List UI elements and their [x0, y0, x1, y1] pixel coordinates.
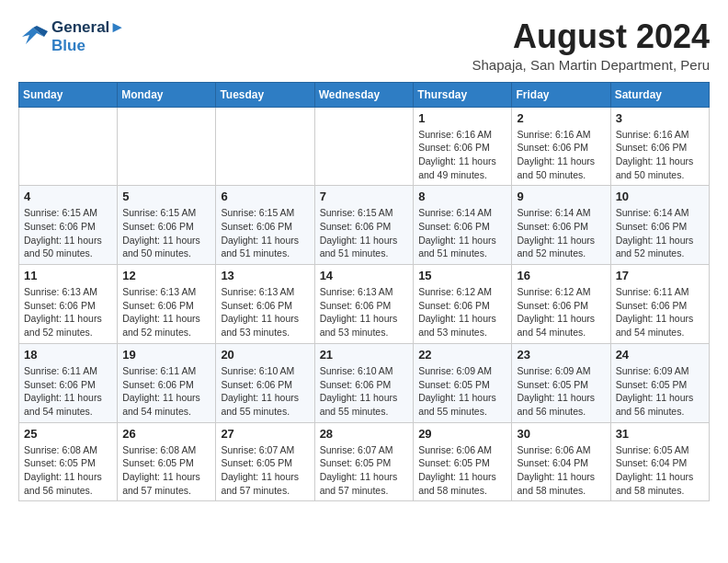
location-subtitle: Shapaja, San Martin Department, Peru: [472, 57, 710, 73]
calendar-header-row: SundayMondayTuesdayWednesdayThursdayFrid…: [19, 82, 710, 107]
day-info: Sunrise: 6:06 AM Sunset: 6:04 PM Dayligh…: [517, 443, 605, 498]
calendar-table: SundayMondayTuesdayWednesdayThursdayFrid…: [18, 82, 710, 502]
day-info: Sunrise: 6:09 AM Sunset: 6:05 PM Dayligh…: [418, 364, 506, 419]
day-info: Sunrise: 6:08 AM Sunset: 6:05 PM Dayligh…: [122, 443, 210, 498]
calendar-cell: 24Sunrise: 6:09 AM Sunset: 6:05 PM Dayli…: [610, 343, 709, 422]
logo: General► Blue: [18, 18, 125, 55]
calendar-cell: 4Sunrise: 6:15 AM Sunset: 6:06 PM Daylig…: [19, 186, 118, 265]
day-info: Sunrise: 6:10 AM Sunset: 6:06 PM Dayligh…: [320, 364, 409, 419]
month-year-title: August 2024: [472, 18, 710, 55]
calendar-cell: 26Sunrise: 6:08 AM Sunset: 6:05 PM Dayli…: [118, 422, 216, 501]
day-info: Sunrise: 6:13 AM Sunset: 6:06 PM Dayligh…: [221, 285, 309, 339]
calendar-cell: 31Sunrise: 6:05 AM Sunset: 6:04 PM Dayli…: [610, 422, 709, 501]
day-number: 19: [122, 348, 210, 362]
day-info: Sunrise: 6:12 AM Sunset: 6:06 PM Dayligh…: [418, 285, 506, 339]
calendar-cell: 14Sunrise: 6:13 AM Sunset: 6:06 PM Dayli…: [314, 265, 414, 344]
day-info: Sunrise: 6:09 AM Sunset: 6:05 PM Dayligh…: [616, 364, 704, 419]
day-info: Sunrise: 6:16 AM Sunset: 6:06 PM Dayligh…: [616, 128, 704, 182]
logo-text: General► Blue: [51, 18, 125, 55]
day-info: Sunrise: 6:14 AM Sunset: 6:06 PM Dayligh…: [517, 206, 605, 260]
calendar-week-row: 18Sunrise: 6:11 AM Sunset: 6:06 PM Dayli…: [19, 343, 710, 422]
day-number: 25: [24, 427, 112, 441]
day-number: 31: [616, 427, 704, 441]
title-block: August 2024 Shapaja, San Martin Departme…: [472, 18, 710, 73]
day-info: Sunrise: 6:06 AM Sunset: 6:05 PM Dayligh…: [418, 443, 506, 498]
day-of-week-header: Wednesday: [314, 82, 414, 107]
day-of-week-header: Saturday: [610, 82, 709, 107]
day-number: 24: [616, 348, 704, 362]
calendar-cell: 11Sunrise: 6:13 AM Sunset: 6:06 PM Dayli…: [19, 265, 118, 344]
day-number: 22: [418, 348, 506, 362]
calendar-cell: 20Sunrise: 6:10 AM Sunset: 6:06 PM Dayli…: [216, 343, 314, 422]
logo-icon: [18, 24, 48, 50]
day-of-week-header: Friday: [512, 82, 610, 107]
calendar-cell: 9Sunrise: 6:14 AM Sunset: 6:06 PM Daylig…: [512, 186, 610, 265]
calendar-cell: 13Sunrise: 6:13 AM Sunset: 6:06 PM Dayli…: [216, 265, 314, 344]
calendar-cell: 30Sunrise: 6:06 AM Sunset: 6:04 PM Dayli…: [512, 422, 610, 501]
day-info: Sunrise: 6:12 AM Sunset: 6:06 PM Dayligh…: [517, 285, 605, 339]
day-number: 2: [517, 111, 605, 125]
day-number: 27: [221, 427, 309, 441]
day-number: 10: [616, 190, 704, 203]
day-info: Sunrise: 6:07 AM Sunset: 6:05 PM Dayligh…: [320, 443, 409, 498]
day-info: Sunrise: 6:15 AM Sunset: 6:06 PM Dayligh…: [320, 206, 409, 260]
calendar-cell: [19, 107, 118, 186]
calendar-cell: 27Sunrise: 6:07 AM Sunset: 6:05 PM Dayli…: [216, 422, 314, 501]
calendar-week-row: 25Sunrise: 6:08 AM Sunset: 6:05 PM Dayli…: [19, 422, 710, 501]
calendar-cell: 6Sunrise: 6:15 AM Sunset: 6:06 PM Daylig…: [216, 186, 314, 265]
day-info: Sunrise: 6:15 AM Sunset: 6:06 PM Dayligh…: [122, 206, 210, 260]
day-number: 20: [221, 348, 309, 362]
calendar-cell: 16Sunrise: 6:12 AM Sunset: 6:06 PM Dayli…: [512, 265, 610, 344]
day-number: 15: [418, 269, 506, 282]
calendar-cell: 25Sunrise: 6:08 AM Sunset: 6:05 PM Dayli…: [19, 422, 118, 501]
calendar-cell: 17Sunrise: 6:11 AM Sunset: 6:06 PM Dayli…: [610, 265, 709, 344]
day-number: 3: [616, 111, 704, 125]
day-number: 6: [221, 190, 309, 203]
day-info: Sunrise: 6:13 AM Sunset: 6:06 PM Dayligh…: [122, 285, 210, 339]
calendar-cell: 23Sunrise: 6:09 AM Sunset: 6:05 PM Dayli…: [512, 343, 610, 422]
day-of-week-header: Sunday: [19, 82, 118, 107]
day-info: Sunrise: 6:11 AM Sunset: 6:06 PM Dayligh…: [616, 285, 704, 339]
day-number: 17: [616, 269, 704, 282]
day-info: Sunrise: 6:11 AM Sunset: 6:06 PM Dayligh…: [122, 364, 210, 419]
day-info: Sunrise: 6:14 AM Sunset: 6:06 PM Dayligh…: [616, 206, 704, 260]
calendar-week-row: 4Sunrise: 6:15 AM Sunset: 6:06 PM Daylig…: [19, 186, 710, 265]
day-number: 7: [320, 190, 409, 203]
day-info: Sunrise: 6:16 AM Sunset: 6:06 PM Dayligh…: [517, 128, 605, 182]
calendar-cell: 2Sunrise: 6:16 AM Sunset: 6:06 PM Daylig…: [512, 107, 610, 186]
day-info: Sunrise: 6:13 AM Sunset: 6:06 PM Dayligh…: [320, 285, 409, 339]
day-number: 29: [418, 427, 506, 441]
day-info: Sunrise: 6:09 AM Sunset: 6:05 PM Dayligh…: [517, 364, 605, 419]
day-info: Sunrise: 6:05 AM Sunset: 6:04 PM Dayligh…: [616, 443, 704, 498]
calendar-cell: [216, 107, 314, 186]
day-number: 16: [517, 269, 605, 282]
day-number: 11: [24, 269, 112, 282]
day-of-week-header: Thursday: [414, 82, 512, 107]
day-number: 5: [122, 190, 210, 203]
day-of-week-header: Tuesday: [216, 82, 314, 107]
day-info: Sunrise: 6:07 AM Sunset: 6:05 PM Dayligh…: [221, 443, 309, 498]
day-number: 28: [320, 427, 409, 441]
day-number: 14: [320, 269, 409, 282]
calendar-cell: 21Sunrise: 6:10 AM Sunset: 6:06 PM Dayli…: [314, 343, 414, 422]
calendar-cell: [314, 107, 414, 186]
calendar-cell: 8Sunrise: 6:14 AM Sunset: 6:06 PM Daylig…: [414, 186, 512, 265]
day-number: 1: [418, 111, 506, 125]
day-of-week-header: Monday: [118, 82, 216, 107]
day-info: Sunrise: 6:14 AM Sunset: 6:06 PM Dayligh…: [418, 206, 506, 260]
day-number: 30: [517, 427, 605, 441]
day-info: Sunrise: 6:13 AM Sunset: 6:06 PM Dayligh…: [24, 285, 112, 339]
day-info: Sunrise: 6:10 AM Sunset: 6:06 PM Dayligh…: [221, 364, 309, 419]
day-number: 12: [122, 269, 210, 282]
calendar-cell: 22Sunrise: 6:09 AM Sunset: 6:05 PM Dayli…: [414, 343, 512, 422]
day-info: Sunrise: 6:15 AM Sunset: 6:06 PM Dayligh…: [221, 206, 309, 260]
calendar-cell: 12Sunrise: 6:13 AM Sunset: 6:06 PM Dayli…: [118, 265, 216, 344]
calendar-cell: 18Sunrise: 6:11 AM Sunset: 6:06 PM Dayli…: [19, 343, 118, 422]
calendar-cell: 19Sunrise: 6:11 AM Sunset: 6:06 PM Dayli…: [118, 343, 216, 422]
calendar-cell: 28Sunrise: 6:07 AM Sunset: 6:05 PM Dayli…: [314, 422, 414, 501]
day-number: 18: [24, 348, 112, 362]
day-number: 26: [122, 427, 210, 441]
calendar-cell: [118, 107, 216, 186]
day-info: Sunrise: 6:15 AM Sunset: 6:06 PM Dayligh…: [24, 206, 112, 260]
calendar-week-row: 11Sunrise: 6:13 AM Sunset: 6:06 PM Dayli…: [19, 265, 710, 344]
